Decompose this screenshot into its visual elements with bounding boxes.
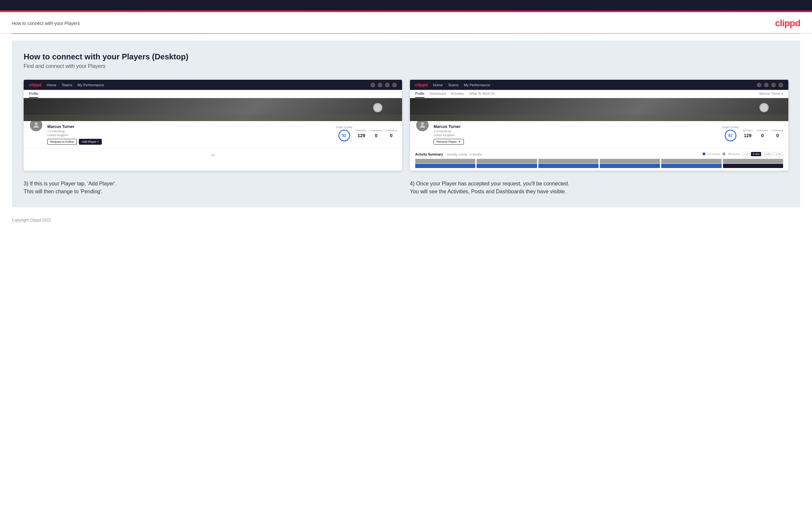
search-icon-right (757, 83, 761, 87)
tab-bar-right: Profile Dashboard Activities What To Wor… (410, 90, 789, 98)
bar-on-1 (415, 164, 475, 168)
profile-buttons-left: Request to Follow Add Player + (47, 139, 332, 145)
filter-6mths[interactable]: 6 mths (751, 152, 761, 156)
profile-handicap-left: 1-5 Handicap (47, 130, 332, 133)
following-label-left: Following (386, 129, 397, 132)
nav-home-right: Home (433, 83, 443, 87)
bar-off-5 (661, 159, 721, 163)
activities-value-left: 129 (358, 133, 365, 138)
banner-left (23, 98, 402, 121)
nav-home-left: Home (47, 83, 56, 87)
tab-what-to-work-on[interactable]: What To Work On (469, 92, 495, 98)
stats-right: Player Quality 92 Activities 129 Followe… (722, 126, 783, 142)
quality-circle-right: 92 (725, 130, 737, 142)
followers-value-left: 0 (375, 133, 377, 138)
tab-activities-right[interactable]: Activities (451, 92, 464, 98)
followers-label-right: Followers (757, 129, 768, 132)
bar-on-4 (600, 164, 660, 168)
activity-bar-chart (415, 159, 783, 168)
followers-stat-right: Followers 0 (757, 129, 768, 138)
settings-icon-right (771, 83, 776, 87)
filter-3mths[interactable]: 3 mths (762, 152, 773, 156)
remove-close-icon: ✕ (458, 140, 461, 144)
main-content: How to connect with your Players (Deskto… (12, 40, 800, 208)
screenshots-row: clippd Home Teams My Performance Profile (23, 80, 789, 171)
profile-location-left: United Kingdom (47, 133, 332, 137)
followers-label-left: Followers (370, 129, 382, 132)
activity-title: Activity Summary (415, 153, 443, 156)
description-right: 4) Once your Player has accepted your re… (410, 180, 789, 195)
activities-stat: Activities 129 (356, 129, 367, 138)
filter-1mth[interactable]: 1 mth (774, 152, 783, 156)
banner-right (410, 98, 789, 121)
settings-icon-left (385, 83, 390, 87)
description-left-text: 3) If this is your Player tap, 'Add Play… (23, 181, 117, 194)
profile-info-left: Marcus Turner 1-5 Handicap United Kingdo… (47, 124, 332, 145)
activity-summary: Activity Summary Monthly Activity · 6 Mo… (410, 148, 789, 171)
profile-name-right: Marcus Turner (434, 124, 718, 129)
activity-header: Activity Summary Monthly Activity · 6 Mo… (415, 151, 783, 157)
bar-off-3 (539, 159, 599, 163)
tab-profile-right[interactable]: Profile (415, 92, 424, 98)
remove-player-label: Remove Player (437, 140, 457, 144)
stats-left: Player Quality 92 Activities 129 Followe… (336, 126, 397, 142)
following-value-left: 0 (390, 133, 393, 138)
profile-icon-right (764, 83, 769, 87)
quality-label: Player Quality (336, 126, 352, 129)
activity-header-right: On course Off course 1 yr 6 mths 3 mths … (703, 152, 783, 156)
tab-dashboard-right[interactable]: Dashboard (429, 92, 446, 98)
followers-stat-left: Followers 0 (370, 129, 382, 138)
profile-info-right: Marcus Turner 1-5 Handicap United Kingdo… (434, 124, 718, 145)
page-header: How to connect with your Players clippd (0, 12, 812, 34)
player-quality-stat-right: Player Quality 92 (722, 126, 739, 142)
nav-teams-right: Teams (448, 83, 459, 87)
activity-subtitle: Monthly Activity · 6 Months (447, 153, 482, 156)
filter-1yr[interactable]: 1 yr (743, 152, 750, 156)
legend-off-label: Off course (728, 153, 740, 156)
tab-bar-left: Profile (23, 90, 402, 98)
descriptions-row: 3) If this is your Player tap, 'Add Play… (23, 180, 789, 195)
user-label-right[interactable]: Marcus Turner ▾ (759, 92, 783, 98)
svg-point-1 (421, 122, 424, 125)
cut-indicator: ✂ (23, 148, 402, 162)
header-divider (12, 34, 800, 34)
remove-player-button[interactable]: Remove Player ✕ (434, 139, 464, 145)
following-stat-right: Following 0 (772, 129, 783, 138)
copyright-text: Copyright Clippd 2022 (12, 218, 51, 223)
mock-nav-right: clippd Home Teams My Performance (410, 80, 789, 90)
search-icon-left (370, 83, 375, 87)
following-label-right: Following (772, 129, 783, 132)
bar-on-3 (539, 164, 599, 168)
bar-on-2 (476, 164, 537, 168)
description-right-text: 4) Once your Player has accepted your re… (410, 181, 569, 194)
profile-name-left: Marcus Turner (47, 124, 332, 129)
request-follow-button[interactable]: Request to Follow (47, 139, 77, 145)
description-left: 3) If this is your Player tap, 'Add Play… (23, 180, 402, 195)
activities-label-right: Activities (742, 129, 753, 132)
clippd-logo: clippd (775, 18, 800, 29)
top-bar (0, 0, 812, 10)
nav-performance-right: My Performance (464, 83, 491, 87)
globe-icon-right (778, 83, 783, 87)
activity-legend: On course Off course (703, 153, 740, 156)
following-stat-left: Following 0 (386, 129, 397, 138)
screenshot-left: clippd Home Teams My Performance Profile (23, 80, 402, 171)
mock-logo-left: clippd (29, 82, 41, 87)
bar-off-2 (476, 159, 537, 163)
profile-location-right: United Kingdom (434, 133, 718, 137)
bar-off-4 (600, 159, 660, 163)
followers-value-right: 0 (761, 133, 764, 138)
add-player-button[interactable]: Add Player + (79, 139, 102, 145)
mock-logo-right: clippd (415, 82, 428, 87)
page-subtitle: Find and connect with your Players (23, 63, 789, 69)
legend-on-dot (703, 153, 705, 155)
tab-profile-left[interactable]: Profile (29, 92, 38, 98)
mock-nav-left: clippd Home Teams My Performance (23, 80, 402, 90)
player-quality-stat: Player Quality 92 (336, 126, 352, 142)
activities-label-left: Activities (356, 129, 367, 132)
quality-label-right: Player Quality (722, 126, 739, 129)
bar-off-1 (415, 159, 475, 163)
nav-icons-right (757, 83, 783, 87)
legend-off-dot (723, 153, 725, 155)
bar-on-5 (661, 164, 721, 168)
